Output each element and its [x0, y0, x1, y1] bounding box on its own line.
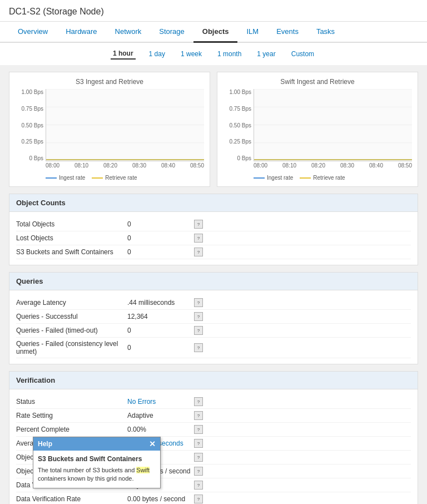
- tab-overview[interactable]: Overview: [9, 22, 57, 43]
- total-objects-label: Total Objects: [16, 220, 127, 228]
- page-title: DC1-S2 (Storage Node): [9, 7, 418, 17]
- avg-latency-label: Average Latency: [16, 299, 127, 307]
- total-objects-info-icon[interactable]: ?: [194, 220, 203, 229]
- nav-tabs: Overview Hardware Network Storage Object…: [0, 22, 427, 43]
- s3-chart-area: 1.00 Bps 0.75 Bps 0.50 Bps 0.25 Bps 0 Bp…: [15, 89, 204, 172]
- avg-latency-value: .44 milliseconds: [127, 299, 194, 307]
- swift-legend-retrieve: Retrieve rate: [300, 175, 345, 181]
- lost-objects-info-icon[interactable]: ?: [194, 234, 203, 243]
- tooltip-header: Help ✕: [33, 437, 160, 451]
- queries-section: Queries Average Latency .44 milliseconds…: [9, 272, 418, 364]
- status-value: No Errors: [127, 398, 194, 406]
- swift-chart-legend: Ingest rate Retrieve rate: [223, 175, 412, 181]
- s3-y-label-4: 0 Bps: [29, 155, 43, 161]
- queries-body: Average Latency .44 milliseconds ? Queri…: [9, 290, 418, 364]
- swift-legend-ingest: Ingest rate: [254, 175, 293, 181]
- swift-y-1: 0.75 Bps: [230, 106, 251, 112]
- s3-buckets-info-icon[interactable]: ?: [194, 248, 203, 256]
- page-header: DC1-S2 (Storage Node): [0, 0, 427, 22]
- tooltip-text: The total number of S3 buckets and Swift…: [38, 466, 156, 483]
- s3-y-label-3: 0.25 Bps: [22, 139, 43, 145]
- s3-ingest-line: [46, 177, 57, 179]
- queries-successful-info-icon[interactable]: ?: [194, 312, 203, 321]
- tooltip-box: Help ✕ S3 Buckets and Swift Containers T…: [33, 437, 161, 488]
- time-1year[interactable]: 1 year: [255, 48, 277, 60]
- tooltip-highlight: Swift: [136, 467, 150, 473]
- s3-y-label-0: 1.00 Bps: [22, 89, 43, 95]
- s3-y-axis: 1.00 Bps 0.75 Bps 0.50 Bps 0.25 Bps 0 Bp…: [15, 89, 46, 161]
- status-info-icon[interactable]: ?: [194, 397, 203, 406]
- percent-complete-label: Percent Complete: [16, 426, 127, 433]
- swift-x-0: 08:00: [254, 162, 267, 172]
- metric-s3-buckets: S3 Buckets and Swift Containers 0 ?: [16, 245, 411, 259]
- rate-setting-info-icon[interactable]: ?: [194, 411, 203, 420]
- time-1hour[interactable]: 1 hour: [111, 48, 136, 60]
- object-counts-body: Total Objects 0 ? Lost Objects 0 ? S3 Bu…: [9, 212, 418, 265]
- tooltip-content: S3 Buckets and Swift Containers The tota…: [33, 451, 160, 488]
- swift-chart-box: Swift Ingest and Retrieve 1.00 Bps 0.75 …: [217, 72, 418, 187]
- metric-status: Status No Errors ?: [16, 395, 411, 409]
- queries-failed-consistency-info-icon[interactable]: ?: [194, 343, 203, 352]
- metric-total-objects: Total Objects 0 ?: [16, 218, 411, 231]
- verification-header: Verification: [9, 372, 418, 389]
- swift-y-2: 0.50 Bps: [230, 122, 251, 129]
- s3-y-label-2: 0.50 Bps: [22, 122, 43, 129]
- s3-x-2: 08:20: [103, 162, 117, 172]
- tab-hardware[interactable]: Hardware: [57, 22, 106, 43]
- object-verification-rate-info-icon[interactable]: ?: [194, 467, 203, 476]
- time-1week[interactable]: 1 week: [178, 48, 204, 60]
- s3-chart-title: S3 Ingest and Retrieve: [15, 78, 204, 86]
- s3-legend-ingest: Ingest rate: [46, 175, 85, 181]
- data-verification-rate-info-icon[interactable]: ?: [194, 495, 203, 503]
- s3-retrieve-label: Retrieve rate: [105, 175, 137, 181]
- metric-queries-successful: Queries - Successful 12,364 ?: [16, 310, 411, 324]
- s3-x-3: 08:30: [132, 162, 146, 172]
- s3-chart-plot: [46, 89, 204, 161]
- queries-failed-consistency-value: 0: [127, 344, 194, 352]
- swift-ingest-line: [254, 177, 265, 179]
- time-custom[interactable]: Custom: [289, 48, 316, 60]
- time-1month[interactable]: 1 month: [215, 48, 244, 60]
- swift-retrieve-label: Retrieve rate: [313, 175, 345, 181]
- object-counts-section: Object Counts Total Objects 0 ? Lost Obj…: [9, 194, 418, 265]
- swift-x-1: 08:10: [282, 162, 296, 172]
- s3-x-1: 08:10: [75, 162, 88, 172]
- percent-complete-info-icon[interactable]: ?: [194, 425, 203, 434]
- swift-retrieve-line: [300, 177, 311, 179]
- queries-failed-timeout-info-icon[interactable]: ?: [194, 326, 203, 335]
- tooltip-text-part2: containers known by this grid node.: [38, 475, 133, 482]
- time-1day[interactable]: 1 day: [147, 48, 167, 60]
- data-verification-rate-label: Data Verification Rate: [16, 495, 127, 503]
- s3-x-0: 08:00: [46, 162, 59, 172]
- rate-setting-value: Adaptive: [127, 412, 194, 419]
- tab-storage[interactable]: Storage: [150, 22, 193, 43]
- queries-failed-consistency-label: Queries - Failed (consistency level unme…: [16, 340, 127, 355]
- avg-stat-time-info-icon[interactable]: ?: [194, 439, 203, 448]
- swift-x-3: 08:30: [340, 162, 354, 172]
- s3-chart-legend: Ingest rate Retrieve rate: [15, 175, 204, 181]
- tooltip-close-button[interactable]: ✕: [149, 439, 156, 448]
- tab-tasks[interactable]: Tasks: [307, 22, 344, 43]
- tab-objects[interactable]: Objects: [193, 22, 238, 43]
- queries-successful-label: Queries - Successful: [16, 313, 127, 320]
- avg-latency-info-icon[interactable]: ?: [194, 298, 203, 307]
- tooltip-title: S3 Buckets and Swift Containers: [38, 455, 156, 463]
- s3-buckets-label: S3 Buckets and Swift Containers: [16, 248, 127, 256]
- queries-failed-timeout-value: 0: [127, 327, 194, 334]
- metric-queries-failed-timeout: Queries - Failed (timed-out) 0 ?: [16, 324, 411, 338]
- time-selector: 1 hour 1 day 1 week 1 month 1 year Custo…: [0, 43, 427, 65]
- tab-network[interactable]: Network: [106, 22, 151, 43]
- swift-ingest-label: Ingest rate: [267, 175, 293, 181]
- tooltip-header-text: Help: [38, 440, 52, 448]
- lost-objects-label: Lost Objects: [16, 234, 127, 242]
- tab-events[interactable]: Events: [267, 22, 307, 43]
- data-verified-info-icon[interactable]: ?: [194, 481, 203, 490]
- tab-ilm[interactable]: ILM: [237, 22, 267, 43]
- swift-x-5: 08:50: [398, 162, 412, 172]
- main-content: S3 Ingest and Retrieve 1.00 Bps 0.75 Bps…: [0, 66, 427, 504]
- objects-verified-info-icon[interactable]: ?: [194, 453, 203, 462]
- metric-data-verification-rate: Data Verification Rate 0.00 bytes / seco…: [16, 492, 411, 504]
- swift-y-axis: 1.00 Bps 0.75 Bps 0.50 Bps 0.25 Bps 0 Bp…: [223, 89, 254, 161]
- metric-queries-failed-consistency: Queries - Failed (consistency level unme…: [16, 338, 411, 358]
- percent-complete-value: 0.00%: [127, 426, 194, 433]
